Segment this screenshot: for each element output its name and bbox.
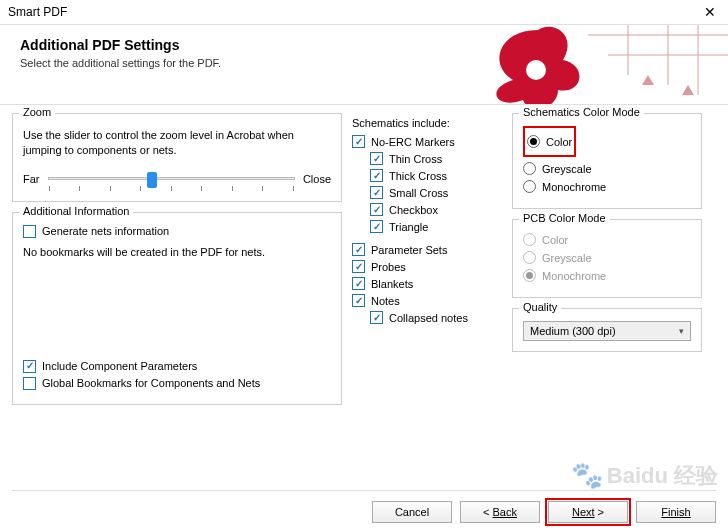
finish-button[interactable]: Finish — [636, 501, 716, 523]
no-erc-label: No-ERC Markers — [371, 136, 455, 148]
schematics-color-group: Schematics Color Mode Color Greyscale Mo… — [512, 113, 702, 209]
svg-point-5 — [526, 60, 546, 80]
generate-nets-label: Generate nets information — [42, 225, 169, 237]
small-cross-label: Small Cross — [389, 187, 448, 199]
parameter-sets-label: Parameter Sets — [371, 244, 447, 256]
pcb-greyscale-radio — [523, 251, 536, 264]
blankets-checkbox[interactable] — [352, 277, 365, 290]
global-bookmarks-checkbox[interactable] — [23, 377, 36, 390]
small-cross-checkbox[interactable] — [370, 186, 383, 199]
probes-label: Probes — [371, 261, 406, 273]
sch-color-label: Color — [546, 136, 572, 148]
next-button[interactable]: Next > — [548, 501, 628, 523]
blankets-label: Blankets — [371, 278, 413, 290]
quality-group: Quality Medium (300 dpi) ▾ — [512, 308, 702, 352]
pcb-monochrome-radio — [523, 269, 536, 282]
triangle-label: Triangle — [389, 221, 428, 233]
pcb-color-group: PCB Color Mode Color Greyscale Monochrom… — [512, 219, 702, 298]
pcb-greyscale-label: Greyscale — [542, 252, 592, 264]
collapsed-notes-checkbox[interactable] — [370, 311, 383, 324]
no-bookmarks-text: No bookmarks will be created in the PDF … — [23, 246, 331, 258]
parameter-sets-checkbox[interactable] — [352, 243, 365, 256]
sch-monochrome-label: Monochrome — [542, 181, 606, 193]
window-title: Smart PDF — [8, 5, 67, 19]
thick-cross-label: Thick Cross — [389, 170, 447, 182]
include-component-params-checkbox[interactable] — [23, 360, 36, 373]
checkbox-checkbox[interactable] — [370, 203, 383, 216]
generate-nets-checkbox[interactable] — [23, 225, 36, 238]
additional-info-group: Additional Information Generate nets inf… — [12, 212, 342, 405]
zoom-title: Zoom — [19, 106, 55, 118]
sch-monochrome-radio[interactable] — [523, 180, 536, 193]
footer: Cancel < Back Next > Finish — [12, 490, 716, 523]
titlebar: Smart PDF ✕ — [0, 0, 728, 25]
close-icon[interactable]: ✕ — [700, 4, 720, 20]
zoom-desc: Use the slider to control the zoom level… — [23, 128, 331, 159]
thick-cross-checkbox[interactable] — [370, 169, 383, 182]
include-component-params-label: Include Component Parameters — [42, 360, 197, 372]
thin-cross-checkbox[interactable] — [370, 152, 383, 165]
pcb-color-label: Color — [542, 234, 568, 246]
zoom-slider[interactable] — [48, 169, 295, 189]
header: Additional PDF Settings Select the addit… — [0, 25, 728, 105]
cancel-button[interactable]: Cancel — [372, 501, 452, 523]
quality-value: Medium (300 dpi) — [530, 325, 616, 337]
thin-cross-label: Thin Cross — [389, 153, 442, 165]
watermark: 🐾Baidu 经验 — [571, 460, 718, 491]
notes-label: Notes — [371, 295, 400, 307]
collapsed-notes-label: Collapsed notes — [389, 312, 468, 324]
sch-greyscale-radio[interactable] — [523, 162, 536, 175]
global-bookmarks-label: Global Bookmarks for Components and Nets — [42, 377, 260, 389]
schematics-include-group: Schematics include: No-ERC Markers Thin … — [352, 113, 502, 332]
schematics-color-title: Schematics Color Mode — [519, 106, 644, 118]
zoom-slider-thumb[interactable] — [147, 172, 157, 188]
zoom-far-label: Far — [23, 173, 40, 185]
back-button[interactable]: < Back — [460, 501, 540, 523]
triangle-checkbox[interactable] — [370, 220, 383, 233]
checkbox-label: Checkbox — [389, 204, 438, 216]
probes-checkbox[interactable] — [352, 260, 365, 273]
notes-checkbox[interactable] — [352, 294, 365, 307]
sch-color-radio[interactable] — [527, 135, 540, 148]
zoom-group: Zoom Use the slider to control the zoom … — [12, 113, 342, 202]
chevron-down-icon: ▾ — [679, 326, 684, 336]
pcb-monochrome-label: Monochrome — [542, 270, 606, 282]
header-decor — [468, 25, 728, 105]
sch-greyscale-label: Greyscale — [542, 163, 592, 175]
quality-select[interactable]: Medium (300 dpi) ▾ — [523, 321, 691, 341]
pcb-color-title: PCB Color Mode — [519, 212, 610, 224]
additional-info-title: Additional Information — [19, 205, 133, 217]
zoom-close-label: Close — [303, 173, 331, 185]
schematics-include-title: Schematics include: — [352, 117, 502, 129]
pcb-color-radio — [523, 233, 536, 246]
no-erc-checkbox[interactable] — [352, 135, 365, 148]
quality-title: Quality — [519, 301, 561, 313]
